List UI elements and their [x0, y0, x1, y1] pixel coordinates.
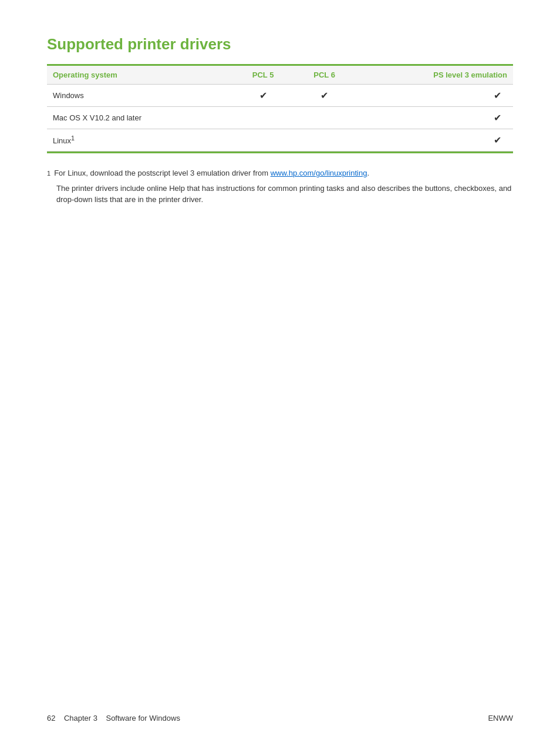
cell-ps3-windows: ✔: [355, 85, 513, 107]
cell-pcl6-windows: ✔: [294, 85, 355, 107]
page-footer: 62 Chapter 3 Software for Windows ENWW: [47, 714, 513, 723]
footnote-text: For Linux, download the postscript level…: [54, 167, 369, 179]
col-header-pcl5: PCL 5: [232, 66, 294, 85]
footnote-text-part1: For Linux, download the postscript level…: [54, 169, 271, 177]
footer-chapter-name: Software for Windows: [106, 714, 180, 723]
cell-pcl5-windows: ✔: [232, 85, 294, 107]
table-row: Windows ✔ ✔ ✔: [47, 85, 513, 107]
footnote-line: 1 For Linux, download the postscript lev…: [47, 167, 513, 179]
cell-pcl6-linux: [294, 129, 355, 152]
cell-os-linux: Linux1: [47, 129, 232, 152]
footnote-section: 1 For Linux, download the postscript lev…: [47, 167, 513, 206]
cell-pcl6-mac: [294, 107, 355, 129]
col-header-ps3: PS level 3 emulation: [355, 66, 513, 85]
table-row: Linux1 ✔: [47, 129, 513, 152]
footer-locale: ENWW: [488, 714, 513, 723]
cell-pcl5-mac: [232, 107, 294, 129]
table-header-row: Operating system PCL 5 PCL 6 PS level 3 …: [47, 66, 513, 85]
table-bottom-border: [47, 152, 513, 153]
linux-printing-link[interactable]: www.hp.com/go/linuxprinting: [271, 169, 367, 177]
cell-os-windows: Windows: [47, 85, 232, 107]
footnote-text-part2: .: [367, 169, 369, 177]
printer-drivers-table: Operating system PCL 5 PCL 6 PS level 3 …: [47, 66, 513, 152]
footer-left: 62 Chapter 3 Software for Windows: [47, 714, 180, 723]
cell-pcl5-linux: [232, 129, 294, 152]
page-title: Supported printer drivers: [47, 35, 513, 53]
cell-ps3-mac: ✔: [355, 107, 513, 129]
footnote-body-text: The printer drivers include online Help …: [47, 183, 513, 206]
footer-chapter: Chapter 3: [64, 714, 97, 723]
table-row: Mac OS X V10.2 and later ✔: [47, 107, 513, 129]
col-header-os: Operating system: [47, 66, 232, 85]
col-header-pcl6: PCL 6: [294, 66, 355, 85]
cell-ps3-linux: ✔: [355, 129, 513, 152]
cell-os-mac: Mac OS X V10.2 and later: [47, 107, 232, 129]
page-number: 62: [47, 714, 55, 723]
footnote-number: 1: [47, 169, 50, 179]
footer-right: ENWW: [488, 714, 513, 723]
